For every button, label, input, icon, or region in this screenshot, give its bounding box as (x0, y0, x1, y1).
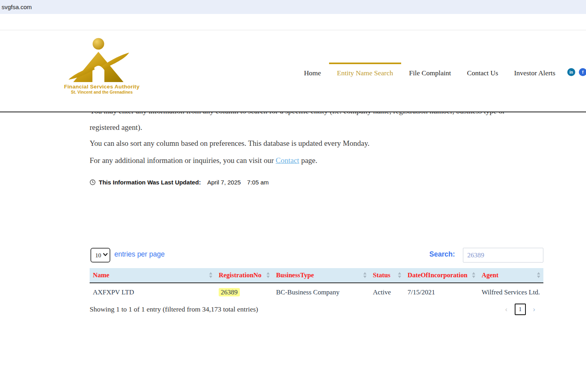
column-header-status[interactable]: Status (370, 268, 404, 283)
url-text: svgfsa.com (2, 0, 32, 14)
table-row: AXFXPV LTD 26389 BC-Business Company Act… (90, 283, 543, 301)
search-input[interactable] (463, 248, 543, 263)
column-header-name[interactable]: Name (90, 268, 216, 283)
cell-status: Active (370, 283, 404, 301)
cell-dateofincorporation: 7/15/2021 (404, 283, 478, 301)
site-header: Financial Services Authority St. Vincent… (0, 14, 586, 112)
clock-icon (90, 179, 96, 185)
last-updated-row: This Information Was Last Updated: April… (90, 179, 269, 186)
nav-item-investor-alerts[interactable]: Investor Alerts (514, 69, 555, 77)
site-logo[interactable]: Financial Services Authority St. Vincent… (63, 36, 141, 96)
entity-results-table: Name RegistrationNo BusinessType Status … (90, 268, 543, 301)
column-header-agent[interactable]: Agent (478, 268, 543, 283)
cell-businesstype: BC-Business Company (273, 283, 370, 301)
logo-subtitle: St. Vincent and the Grenadines (63, 90, 141, 94)
logo-title: Financial Services Authority (63, 84, 141, 90)
nav-item-file-complaint[interactable]: File Complaint (409, 69, 451, 77)
pagination: ‹ 1 › (505, 304, 535, 315)
nav-item-contact-us[interactable]: Contact Us (467, 69, 498, 77)
sort-icon[interactable] (267, 272, 270, 278)
next-page-icon[interactable]: › (533, 306, 535, 314)
showing-entries-text: Showing 1 to 1 of 1 entry (filtered from… (90, 305, 258, 314)
last-updated-time: 7:05 am (247, 179, 269, 186)
contact-link[interactable]: Contact (276, 156, 299, 165)
nav-item-home[interactable]: Home (304, 69, 321, 77)
entries-select-wrap: 10 (90, 248, 110, 263)
column-header-dateofincorporation[interactable]: DateOfIncorporation (404, 268, 478, 283)
header-divider (0, 30, 586, 30)
last-updated-label: This Information Was Last Updated: (99, 179, 201, 186)
previous-page-icon[interactable]: ‹ (505, 306, 508, 314)
intro-paragraph-2: You can also sort any column based on pr… (90, 137, 533, 149)
entries-per-page-select[interactable]: 10 (90, 248, 110, 263)
sort-icon[interactable] (363, 272, 367, 278)
intro-paragraph-3-tail: page. (299, 156, 317, 165)
entries-per-page-label: entries per page (114, 250, 165, 259)
nav-item-entity-name-search[interactable]: Entity Name Search (337, 69, 393, 77)
page-number-button[interactable]: 1 (515, 304, 526, 315)
cell-name: AXFXPV LTD (90, 283, 216, 301)
search-label: Search: (429, 250, 455, 259)
page: You may enter any information from any c… (0, 0, 586, 392)
facebook-icon[interactable]: f (579, 68, 586, 76)
column-header-registrationno[interactable]: RegistrationNo (216, 268, 273, 283)
search-match-highlight: 26389 (219, 288, 240, 296)
sort-icon[interactable] (209, 272, 213, 278)
sort-icon[interactable] (537, 272, 541, 278)
linkedin-icon[interactable]: in (567, 68, 575, 76)
table-controls: 10 entries per page Search: (90, 247, 543, 263)
social-links: in f (567, 68, 586, 76)
browser-url-bar[interactable]: svgfsa.com (0, 0, 586, 14)
cell-registrationno: 26389 (216, 283, 273, 301)
sort-icon[interactable] (472, 272, 476, 278)
column-header-businesstype[interactable]: BusinessType (273, 268, 370, 283)
cell-agent: Wilfred Services Ltd. (478, 283, 543, 301)
main-nav: Home Entity Name Search File Complaint C… (304, 69, 555, 77)
intro-paragraph-3-text: For any additional information or inquir… (90, 156, 276, 165)
last-updated-date: April 7, 2025 (207, 179, 241, 186)
table-header-row: Name RegistrationNo BusinessType Status … (90, 268, 543, 283)
intro-paragraph-3: For any additional information or inquir… (90, 155, 533, 167)
sort-icon[interactable] (398, 272, 402, 278)
fsa-logo-icon (63, 36, 141, 84)
